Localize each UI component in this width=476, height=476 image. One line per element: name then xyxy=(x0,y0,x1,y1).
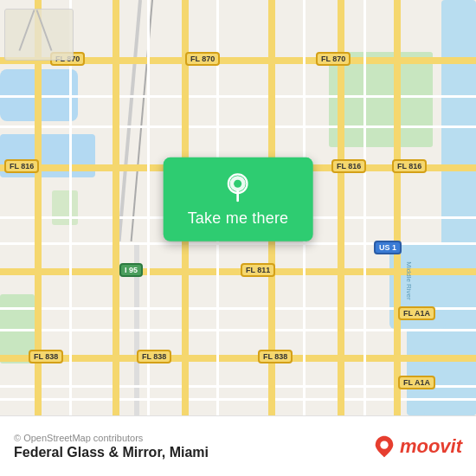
road-v2 xyxy=(113,0,119,415)
badge-fla1a-1: FL A1A xyxy=(398,306,435,320)
badge-fla1a-2: FL A1A xyxy=(398,376,435,389)
park-1 xyxy=(329,52,433,147)
badge-fl816-3: FL 816 xyxy=(392,159,427,173)
business-name-label: Federal Glass & Mirror, Miami xyxy=(14,445,209,460)
badge-fl816-1: FL 816 xyxy=(4,159,39,173)
location-pin-icon xyxy=(222,171,254,203)
svg-point-1 xyxy=(235,180,242,188)
park-3 xyxy=(52,190,78,225)
badge-fl816-2: FL 816 xyxy=(331,159,366,173)
moovit-brand-label: moovit xyxy=(400,435,462,458)
svg-point-3 xyxy=(380,441,388,448)
bottom-left-info: © OpenStreetMap contributors Federal Gla… xyxy=(14,433,209,460)
badge-us1: US 1 xyxy=(374,241,402,254)
badge-i95: I 95 xyxy=(119,263,143,277)
bottom-bar: © OpenStreetMap contributors Federal Gla… xyxy=(0,415,476,476)
moovit-pin-icon xyxy=(372,434,396,459)
water-south2 xyxy=(424,363,476,415)
rail-line-1 xyxy=(118,0,142,241)
take-me-there-card[interactable]: Take me there xyxy=(164,158,313,241)
road-us1 xyxy=(394,0,401,415)
badge-fl838-3: FL 838 xyxy=(258,350,293,363)
badge-fl870-3: FL 870 xyxy=(316,52,351,66)
badge-fl811: FL 811 xyxy=(241,263,275,277)
middle-river-label: Middle River xyxy=(405,261,413,299)
osm-attribution: © OpenStreetMap contributors xyxy=(14,433,209,443)
map-container: FL 870 FL 870 FL 870 FL 816 FL 816 FL 81… xyxy=(0,0,476,415)
moovit-logo: moovit xyxy=(372,434,462,459)
badge-fl838-2: FL 838 xyxy=(137,350,171,363)
road-v10 xyxy=(363,0,366,415)
badge-fl870-2: FL 870 xyxy=(185,52,220,66)
badge-fl838-1: FL 838 xyxy=(29,350,63,363)
card-button-label: Take me there xyxy=(188,209,289,228)
rail-line-2 xyxy=(131,0,153,241)
